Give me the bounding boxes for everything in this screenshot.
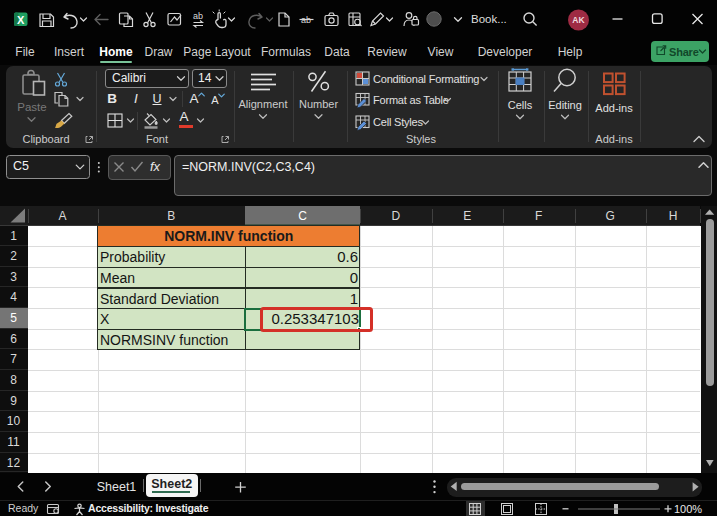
svg-text:AK: AK [572, 15, 585, 25]
svg-text:X: X [17, 14, 25, 26]
svg-text:ab: ab [193, 11, 203, 21]
